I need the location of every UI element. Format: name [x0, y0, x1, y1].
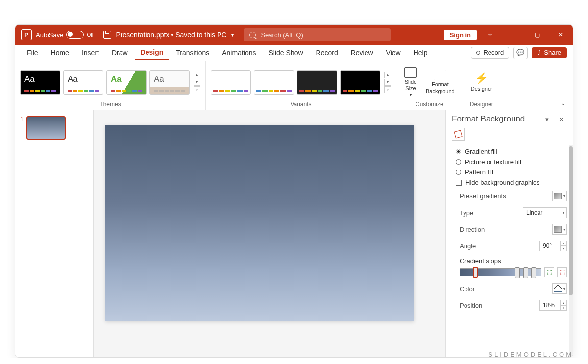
picture-fill-label: Picture or texture fill	[465, 158, 521, 166]
tab-animations[interactable]: Animations	[216, 46, 262, 60]
share-label: Share	[544, 49, 561, 56]
tab-record[interactable]: Record	[310, 46, 344, 60]
customize-group-label: Customize	[401, 100, 458, 109]
format-bg-icon	[434, 70, 446, 80]
position-label: Position	[460, 302, 482, 309]
themes-spinner[interactable]: ▴▾▿	[194, 72, 200, 93]
gradient-stop[interactable]	[515, 267, 520, 278]
tab-insert[interactable]: Insert	[76, 46, 105, 60]
theme-thumb-3[interactable]: Aa	[106, 70, 147, 95]
remove-stop-button[interactable]: ⬚	[557, 267, 567, 277]
variant-thumb-2[interactable]	[254, 70, 294, 95]
gradient-stop[interactable]	[531, 267, 536, 278]
share-button[interactable]: ⤴ Share	[532, 47, 567, 58]
type-label: Type	[460, 209, 473, 217]
direction-dropdown[interactable]: ▾	[552, 224, 567, 235]
radio-icon	[456, 159, 461, 165]
tab-transitions[interactable]: Transitions	[170, 46, 215, 60]
comment-icon: 💬	[516, 49, 524, 56]
direction-swatch-icon	[554, 226, 562, 233]
document-title[interactable]: Presentation.pptx • Saved to this PC	[116, 31, 227, 39]
close-button[interactable]: ✕	[550, 25, 571, 45]
variant-thumb-4[interactable]	[340, 70, 380, 95]
record-dot-icon	[476, 51, 480, 55]
signin-button[interactable]: Sign in	[444, 30, 477, 40]
tab-help[interactable]: Help	[408, 46, 434, 60]
theme-thumb-4[interactable]: Aa	[149, 70, 190, 95]
designer-group-label: Designer	[468, 100, 495, 109]
theme-thumb-1[interactable]: Aa	[20, 70, 60, 95]
tab-view[interactable]: View	[380, 46, 407, 60]
panel-close-icon[interactable]: ✕	[556, 115, 567, 124]
grad-stops-label: Gradient stops	[456, 254, 569, 267]
tab-draw[interactable]: Draw	[106, 46, 134, 60]
record-label: Record	[483, 49, 504, 56]
panel-scrollbar[interactable]	[569, 145, 573, 357]
tab-design[interactable]: Design	[135, 46, 170, 60]
type-dropdown[interactable]: Linear▾	[523, 207, 567, 218]
record-button[interactable]: Record	[471, 47, 509, 59]
spin-up-icon[interactable]: ▴	[560, 241, 567, 246]
search-input[interactable]: Search (Alt+Q)	[244, 28, 391, 41]
canvas-area	[94, 110, 445, 357]
type-value: Linear	[526, 209, 542, 216]
variants-spinner[interactable]: ▴▾▿	[384, 72, 391, 93]
preset-dropdown[interactable]: ▾	[552, 191, 567, 201]
panel-options-icon[interactable]: ▾	[542, 115, 552, 124]
pattern-fill-label: Pattern fill	[465, 169, 493, 176]
fill-tab-icon[interactable]	[452, 128, 465, 141]
color-dropdown[interactable]: ▾	[552, 283, 567, 294]
save-icon[interactable]	[103, 31, 111, 39]
gradient-fill-radio[interactable]: Gradient fill	[456, 146, 569, 157]
slide-size-button[interactable]: Slide Size ▾	[401, 65, 420, 99]
spin-down-icon[interactable]: ▾	[560, 246, 567, 251]
position-input[interactable]: 18% ▴▾	[539, 300, 567, 311]
theme-thumb-2[interactable]: Aa	[63, 70, 103, 95]
autosave-toggle[interactable]: AutoSave Off	[36, 31, 94, 39]
variant-thumb-1[interactable]	[211, 70, 251, 95]
titlebar: P AutoSave Off Presentation.pptx • Saved…	[15, 25, 573, 45]
slide-thumbnail[interactable]	[26, 116, 66, 140]
app-window: P AutoSave Off Presentation.pptx • Saved…	[15, 24, 573, 358]
powerpoint-logo-icon: P	[21, 29, 32, 40]
tab-review[interactable]: Review	[345, 46, 379, 60]
collapse-ribbon-icon[interactable]: ⌄	[554, 97, 573, 110]
slide-thumb-item[interactable]: 1	[20, 116, 88, 140]
watermark: SLIDEMODEL.COM	[488, 351, 573, 358]
angle-input[interactable]: 90° ▴▾	[539, 241, 567, 251]
tab-file[interactable]: File	[21, 46, 44, 60]
comments-button[interactable]: 💬	[513, 47, 528, 59]
designer-button[interactable]: ⚡ Designer	[468, 70, 495, 95]
spin-down-icon[interactable]: ▾	[560, 305, 567, 311]
slide-size-label: Slide Size	[405, 79, 416, 92]
magic-icon[interactable]: ✧	[480, 25, 500, 45]
search-icon	[249, 32, 256, 38]
designer-label: Designer	[471, 86, 492, 92]
minimize-button[interactable]: —	[503, 25, 524, 45]
maximize-button[interactable]: ▢	[527, 25, 547, 45]
variant-thumb-3[interactable]	[297, 70, 337, 95]
radio-icon	[456, 149, 461, 154]
color-label: Color	[460, 285, 475, 292]
gradient-slider[interactable]	[460, 268, 541, 276]
picture-fill-radio[interactable]: Picture or texture fill	[456, 157, 569, 167]
add-stop-button[interactable]: ⬚	[544, 267, 554, 277]
slide-canvas[interactable]	[105, 125, 414, 321]
themes-group: Aa Aa Aa Aa ▴▾▿ Themes	[15, 61, 206, 110]
tab-home[interactable]: Home	[45, 46, 75, 60]
hide-bg-checkbox[interactable]: Hide background graphics	[456, 177, 569, 188]
chevron-down-icon[interactable]: ▾	[231, 32, 234, 38]
angle-value[interactable]: 90°	[539, 241, 560, 251]
customize-group: Slide Size ▾ Format Background Customize	[396, 61, 463, 110]
gradient-stop[interactable]	[473, 267, 478, 278]
gradient-stop[interactable]	[523, 267, 528, 278]
autosave-label: AutoSave	[36, 31, 63, 39]
format-background-button[interactable]: Format Background	[423, 68, 458, 96]
paint-bucket-icon	[554, 285, 562, 292]
slide-number: 1	[20, 116, 24, 140]
position-value[interactable]: 18%	[539, 300, 560, 311]
spin-up-icon[interactable]: ▴	[560, 300, 567, 305]
pattern-fill-radio[interactable]: Pattern fill	[456, 167, 569, 177]
toggle-icon[interactable]	[66, 31, 84, 39]
tab-slideshow[interactable]: Slide Show	[263, 46, 309, 60]
